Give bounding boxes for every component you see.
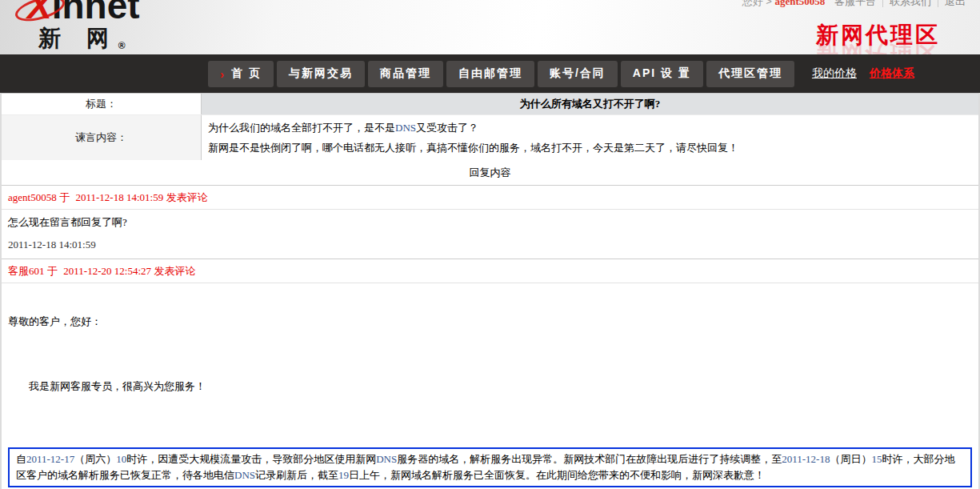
comment: agent50058 于 2011-12-18 14:01:59 发表评论 怎么… <box>2 185 978 259</box>
my-price-link[interactable]: 我的价格 <box>812 66 857 81</box>
comment-timestamp: 2011-12-18 14:01:59 <box>2 234 978 259</box>
thread-title: 为什么所有域名又打不开了啊? <box>202 94 978 114</box>
message-content: 为什么我们的域名全部打不开了，是不是DNS又受攻击了？ 新网是不是快倒闭了啊，哪… <box>202 115 978 160</box>
reply-greeting: 尊敬的客户，您好： <box>8 315 972 328</box>
greeting-text: 您好 > <box>742 0 772 7</box>
message-label: 谏言内容： <box>2 115 202 160</box>
top-banner: Xinnet 新 网® 您好 > agent50058 客服平台联系我们退出 新… <box>0 0 980 54</box>
portal-title-block: 新网代理区 新网代理区 <box>816 24 940 54</box>
service-platform-link[interactable]: 客服平台 <box>828 0 882 7</box>
user-session-bar: 您好 > agent50058 客服平台联系我们退出 <box>742 0 972 9</box>
message-thread: 标题： 为什么所有域名又打不开了啊? 谏言内容： 为什么我们的域名全部打不开了，… <box>0 93 980 489</box>
message-row: 谏言内容： 为什么我们的域名全部打不开了，是不是DNS又受攻击了？ 新网是不是快… <box>2 115 978 160</box>
agent-zone-title-reflection: 新网代理区 <box>816 39 940 54</box>
active-arrow-icon: › <box>220 67 226 81</box>
logged-in-username: agent50058 <box>775 0 826 7</box>
price-system-link[interactable]: 价格体系 <box>870 66 914 81</box>
comment: 客服601 于 2011-12-20 12:54:27 发表评论 尊敬的客户，您… <box>2 259 978 489</box>
contact-us-link[interactable]: 联系我们 <box>882 0 938 7</box>
reply-intro: 我是新网客服专员，很高兴为您服务！ <box>8 379 972 393</box>
nav-trade-with-xinnet[interactable]: 与新网交易 <box>277 61 365 87</box>
logout-link[interactable]: 退出 <box>938 0 972 7</box>
nav-freemail-management[interactable]: 自由邮管理 <box>446 61 534 87</box>
main-nav: ›首 页 与新网交易 商品管理 自由邮管理 账号/合同 API 设 置 代理区管… <box>0 54 980 93</box>
nav-product-management[interactable]: 商品管理 <box>368 61 443 87</box>
message-line: 为什么我们的域名全部打不开了，是不是DNS又受攻击了？ <box>208 118 972 138</box>
title-row: 标题： 为什么所有域名又打不开了啊? <box>2 94 978 115</box>
nav-account-contract[interactable]: 账号/合同 <box>538 61 618 87</box>
logo-chinese-name: 新 网® <box>38 27 140 50</box>
reply-section-title: 回复内容 <box>2 160 978 185</box>
nav-home[interactable]: ›首 页 <box>208 61 274 87</box>
comment-author-line: 客服601 于 2011-12-20 12:54:27 发表评论 <box>2 259 978 283</box>
xinnet-logo[interactable]: Xinnet 新 网® <box>27 0 140 50</box>
comment-body: 尊敬的客户，您好： 我是新网客服专员，很高兴为您服务！ 自2011-12-17（… <box>2 283 978 489</box>
comment-author-line: agent50058 于 2011-12-18 14:01:59 发表评论 <box>2 185 978 210</box>
dns-incident-notice: 自2011-12-17（周六）10时许，因遭受大规模流量攻击，导致部分地区使用新… <box>8 447 972 487</box>
price-links: 我的价格 价格体系 <box>812 66 914 81</box>
title-label: 标题： <box>2 94 202 114</box>
nav-api-settings[interactable]: API 设 置 <box>621 61 703 87</box>
comment-body: 怎么现在留言都回复了啊? <box>2 210 978 234</box>
logo-wordmark: Xinnet <box>27 0 140 24</box>
nav-agent-zone-management[interactable]: 代理区管理 <box>706 61 794 87</box>
message-line: 新网是不是快倒闭了啊，哪个电话都无人接听，真搞不懂你们的服务，域名打不开，今天是… <box>208 138 972 158</box>
logo-x-swoosh-icon: X <box>27 0 52 24</box>
registered-mark: ® <box>118 40 126 51</box>
